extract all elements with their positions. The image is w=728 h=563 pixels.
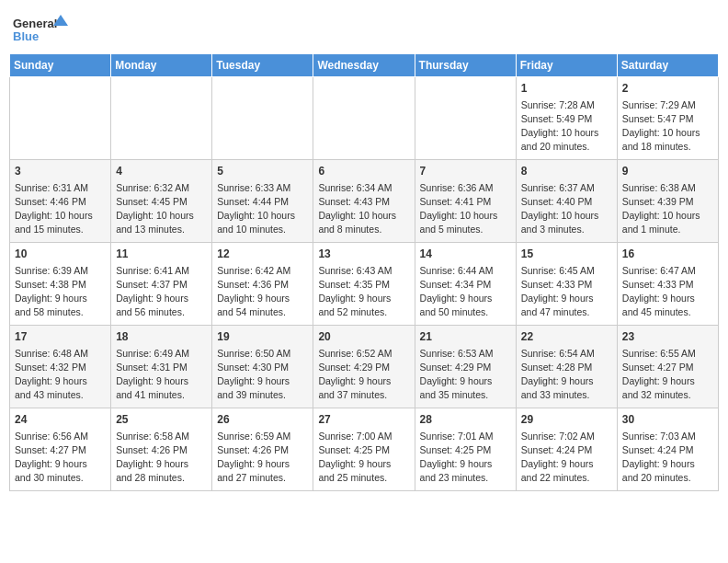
day-number: 5 [217, 164, 308, 179]
day-info: Sunrise: 6:52 AM Sunset: 4:29 PM Dayligh… [318, 347, 409, 403]
calendar-cell [111, 77, 212, 160]
calendar-cell: 16Sunrise: 6:47 AM Sunset: 4:33 PM Dayli… [617, 243, 718, 326]
calendar-table: SundayMondayTuesdayWednesdayThursdayFrid… [9, 53, 719, 491]
day-info: Sunrise: 7:29 AM Sunset: 5:47 PM Dayligh… [622, 98, 713, 155]
header-thursday: Thursday [415, 54, 516, 77]
header-monday: Monday [111, 54, 212, 77]
header-saturday: Saturday [617, 54, 718, 77]
day-number: 11 [116, 247, 207, 262]
calendar-week-2: 3Sunrise: 6:31 AM Sunset: 4:46 PM Daylig… [10, 160, 719, 243]
calendar-cell: 24Sunrise: 6:56 AM Sunset: 4:27 PM Dayli… [10, 408, 111, 491]
logo-svg: General Blue [13, 13, 68, 46]
day-number: 9 [622, 164, 713, 179]
day-info: Sunrise: 6:34 AM Sunset: 4:43 PM Dayligh… [318, 181, 409, 237]
day-info: Sunrise: 6:54 AM Sunset: 4:28 PM Dayligh… [521, 347, 612, 403]
day-number: 7 [420, 164, 511, 179]
calendar-cell: 4Sunrise: 6:32 AM Sunset: 4:45 PM Daylig… [111, 160, 212, 243]
calendar-cell: 30Sunrise: 7:03 AM Sunset: 4:24 PM Dayli… [617, 408, 718, 491]
calendar-cell: 14Sunrise: 6:44 AM Sunset: 4:34 PM Dayli… [415, 243, 516, 326]
calendar-cell: 3Sunrise: 6:31 AM Sunset: 4:46 PM Daylig… [10, 160, 111, 243]
day-number: 14 [420, 247, 511, 262]
day-info: Sunrise: 6:37 AM Sunset: 4:40 PM Dayligh… [521, 181, 612, 237]
calendar-cell: 13Sunrise: 6:43 AM Sunset: 4:35 PM Dayli… [313, 243, 415, 326]
day-info: Sunrise: 6:50 AM Sunset: 4:30 PM Dayligh… [217, 347, 308, 403]
header-friday: Friday [516, 54, 617, 77]
day-number: 26 [217, 412, 308, 428]
calendar-cell: 28Sunrise: 7:01 AM Sunset: 4:25 PM Dayli… [415, 408, 516, 491]
calendar-cell: 29Sunrise: 7:02 AM Sunset: 4:24 PM Dayli… [516, 408, 617, 491]
day-info: Sunrise: 7:01 AM Sunset: 4:25 PM Dayligh… [420, 430, 511, 486]
calendar-cell: 20Sunrise: 6:52 AM Sunset: 4:29 PM Dayli… [313, 326, 415, 408]
day-info: Sunrise: 6:42 AM Sunset: 4:36 PM Dayligh… [217, 264, 308, 320]
calendar-cell [212, 77, 313, 160]
day-number: 17 [15, 329, 106, 345]
header-tuesday: Tuesday [212, 54, 313, 77]
calendar-cell: 18Sunrise: 6:49 AM Sunset: 4:31 PM Dayli… [111, 326, 212, 408]
day-number: 30 [622, 412, 713, 428]
day-info: Sunrise: 6:33 AM Sunset: 4:44 PM Dayligh… [217, 181, 308, 237]
calendar-cell: 26Sunrise: 6:59 AM Sunset: 4:26 PM Dayli… [212, 408, 313, 491]
day-info: Sunrise: 6:44 AM Sunset: 4:34 PM Dayligh… [420, 264, 511, 320]
header: General Blue [9, 9, 719, 46]
calendar-cell: 17Sunrise: 6:48 AM Sunset: 4:32 PM Dayli… [10, 326, 111, 408]
calendar-cell: 15Sunrise: 6:45 AM Sunset: 4:33 PM Dayli… [516, 243, 617, 326]
logo: General Blue [13, 13, 68, 46]
day-number: 6 [318, 164, 409, 179]
day-number: 25 [116, 412, 207, 428]
day-number: 16 [622, 247, 713, 262]
calendar-cell: 1Sunrise: 7:28 AM Sunset: 5:49 PM Daylig… [516, 77, 617, 160]
calendar-week-3: 10Sunrise: 6:39 AM Sunset: 4:38 PM Dayli… [10, 243, 719, 326]
calendar-cell: 10Sunrise: 6:39 AM Sunset: 4:38 PM Dayli… [10, 243, 111, 326]
day-info: Sunrise: 6:59 AM Sunset: 4:26 PM Dayligh… [217, 430, 308, 486]
day-info: Sunrise: 6:47 AM Sunset: 4:33 PM Dayligh… [622, 264, 713, 320]
day-number: 1 [521, 81, 612, 97]
day-info: Sunrise: 6:43 AM Sunset: 4:35 PM Dayligh… [318, 264, 409, 320]
day-number: 10 [15, 247, 106, 262]
calendar-cell: 27Sunrise: 7:00 AM Sunset: 4:25 PM Dayli… [313, 408, 415, 491]
day-info: Sunrise: 6:31 AM Sunset: 4:46 PM Dayligh… [15, 181, 106, 237]
calendar-cell: 11Sunrise: 6:41 AM Sunset: 4:37 PM Dayli… [111, 243, 212, 326]
day-number: 20 [318, 329, 409, 345]
day-info: Sunrise: 6:56 AM Sunset: 4:27 PM Dayligh… [15, 430, 106, 486]
day-info: Sunrise: 6:55 AM Sunset: 4:27 PM Dayligh… [622, 347, 713, 403]
calendar-cell [313, 77, 415, 160]
calendar-week-1: 1Sunrise: 7:28 AM Sunset: 5:49 PM Daylig… [10, 77, 719, 160]
day-number: 13 [318, 247, 409, 262]
day-info: Sunrise: 7:28 AM Sunset: 5:49 PM Dayligh… [521, 98, 612, 155]
calendar-cell [415, 77, 516, 160]
day-info: Sunrise: 6:53 AM Sunset: 4:29 PM Dayligh… [420, 347, 511, 403]
header-wednesday: Wednesday [313, 54, 415, 77]
svg-text:Blue: Blue [13, 29, 39, 43]
calendar-cell: 25Sunrise: 6:58 AM Sunset: 4:26 PM Dayli… [111, 408, 212, 491]
day-number: 3 [15, 164, 106, 179]
day-info: Sunrise: 7:02 AM Sunset: 4:24 PM Dayligh… [521, 430, 612, 486]
day-info: Sunrise: 6:58 AM Sunset: 4:26 PM Dayligh… [116, 430, 207, 486]
day-info: Sunrise: 6:39 AM Sunset: 4:38 PM Dayligh… [15, 264, 106, 320]
day-number: 27 [318, 412, 409, 428]
calendar-cell: 23Sunrise: 6:55 AM Sunset: 4:27 PM Dayli… [617, 326, 718, 408]
header-sunday: Sunday [10, 54, 111, 77]
calendar-cell: 8Sunrise: 6:37 AM Sunset: 4:40 PM Daylig… [516, 160, 617, 243]
calendar-cell: 21Sunrise: 6:53 AM Sunset: 4:29 PM Dayli… [415, 326, 516, 408]
calendar-cell: 12Sunrise: 6:42 AM Sunset: 4:36 PM Dayli… [212, 243, 313, 326]
calendar-cell: 5Sunrise: 6:33 AM Sunset: 4:44 PM Daylig… [212, 160, 313, 243]
day-number: 18 [116, 329, 207, 345]
day-number: 21 [420, 329, 511, 345]
calendar-cell: 6Sunrise: 6:34 AM Sunset: 4:43 PM Daylig… [313, 160, 415, 243]
day-number: 22 [521, 329, 612, 345]
day-number: 8 [521, 164, 612, 179]
day-info: Sunrise: 6:36 AM Sunset: 4:41 PM Dayligh… [420, 181, 511, 237]
calendar-cell: 22Sunrise: 6:54 AM Sunset: 4:28 PM Dayli… [516, 326, 617, 408]
calendar-cell [10, 77, 111, 160]
day-info: Sunrise: 6:45 AM Sunset: 4:33 PM Dayligh… [521, 264, 612, 320]
calendar-cell: 9Sunrise: 6:38 AM Sunset: 4:39 PM Daylig… [617, 160, 718, 243]
day-info: Sunrise: 7:03 AM Sunset: 4:24 PM Dayligh… [622, 430, 713, 486]
day-info: Sunrise: 6:41 AM Sunset: 4:37 PM Dayligh… [116, 264, 207, 320]
day-info: Sunrise: 6:48 AM Sunset: 4:32 PM Dayligh… [15, 347, 106, 403]
day-number: 12 [217, 247, 308, 262]
day-number: 28 [420, 412, 511, 428]
day-info: Sunrise: 6:32 AM Sunset: 4:45 PM Dayligh… [116, 181, 207, 237]
day-number: 4 [116, 164, 207, 179]
day-number: 23 [622, 329, 713, 345]
calendar-cell: 7Sunrise: 6:36 AM Sunset: 4:41 PM Daylig… [415, 160, 516, 243]
